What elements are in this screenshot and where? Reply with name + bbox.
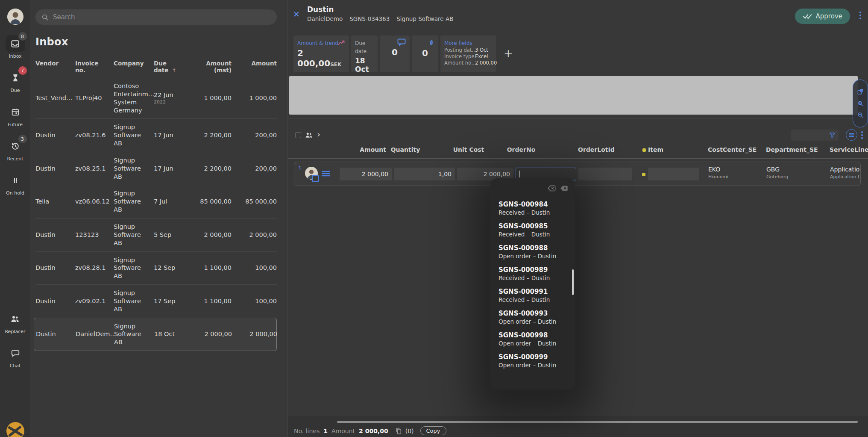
order-option[interactable]: SGNS-000989 Received – Dustin	[499, 266, 570, 281]
order-option[interactable]: SGNS-000984 Received – Dustin	[499, 201, 570, 216]
sidebar-item-chat[interactable]: Chat	[6, 345, 25, 369]
col-header-amount[interactable]: Amount	[339, 146, 386, 153]
invoice-row-selected[interactable]: Dustin DanielDem… Signup Software AB 18 …	[34, 318, 277, 351]
cost-center-value[interactable]: EKO Ekonomi	[708, 166, 728, 180]
sidebar-item-due[interactable]: 7 Due	[6, 69, 25, 93]
due-date-card[interactable]: Due date 18 Oct	[351, 35, 378, 72]
comments-count: 0	[392, 47, 398, 57]
order-option[interactable]: SGNS-000993 Open order – Dustin	[499, 310, 570, 325]
page-title: Inbox	[35, 36, 277, 48]
recent-count-badge: 3	[18, 135, 27, 143]
col-header-order-no[interactable]: OrderNo	[501, 146, 542, 153]
no-lines-label: No. lines	[294, 428, 320, 434]
select-all-checkbox[interactable]	[295, 132, 301, 138]
col-header-order-lot-id[interactable]: OrderLotId	[578, 146, 615, 153]
attachments-card[interactable]: 0	[412, 35, 438, 72]
filter-icon	[829, 132, 836, 139]
user-avatar[interactable]	[7, 9, 23, 25]
invoice-row[interactable]: Dustin zv08.25.1 Signup Software AB 17 J…	[35, 152, 277, 185]
cell-due: 17 Sep	[154, 297, 191, 305]
search-input[interactable]	[53, 13, 271, 21]
col-header-item[interactable]: Item	[648, 146, 663, 153]
cell-due: 5 Sep	[154, 231, 191, 239]
expand-lines-icon[interactable]: ›	[317, 129, 320, 139]
order-lot-id-field[interactable]	[578, 168, 632, 180]
invoice-row[interactable]: Telia vz06.06.12 Signup Software AB 7 Ju…	[35, 185, 277, 218]
cell-vendor: Test_Vend…	[35, 94, 75, 102]
no-lines-value: 1	[323, 428, 328, 434]
order-option[interactable]: SGNS-000985 Received – Dustin	[499, 222, 570, 238]
open-external-icon[interactable]	[857, 89, 864, 95]
sidebar-item-label: Inbox	[9, 53, 21, 59]
more-fields-card[interactable]: More fields Posting dat…3 Oct Invoice ty…	[440, 35, 496, 72]
amount-trend-label: Amount & trend	[297, 40, 338, 46]
lines-toolbar: ›	[288, 128, 868, 143]
col-header-amount[interactable]: Amount	[235, 60, 277, 74]
col-header-invoice[interactable]: Invoice no.	[75, 60, 114, 74]
copy-button[interactable]: Copy	[420, 426, 446, 435]
invoice-row[interactable]: Dustin zv08.28.1 Signup Software AB 12 S…	[35, 251, 277, 285]
invoice-row[interactable]: Test_Vend… TLProj40 Contoso Entertainm… …	[35, 78, 277, 118]
cell-vendor: Dustin	[35, 165, 75, 173]
order-option[interactable]: SGNS-000999 Open order – Dustin	[499, 353, 570, 369]
col-header-service-line[interactable]: ServiceLine	[830, 146, 868, 153]
lines-people-icon[interactable]	[304, 130, 314, 140]
order-option[interactable]: SGNS-000991 Received – Dustin	[499, 288, 570, 303]
cell-amount: 2 000,00	[235, 330, 277, 338]
col-header-cost-center[interactable]: CostCenter_SE	[708, 146, 757, 153]
sidebar-item-label: Future	[8, 122, 23, 127]
sidebar-item-replacer[interactable]: Replacer	[5, 310, 25, 334]
service-line-value[interactable]: Application De Application Dev	[830, 166, 861, 180]
cell-company: Signup Software AB	[114, 123, 154, 148]
col-header-department[interactable]: Department_SE	[766, 146, 818, 153]
close-icon[interactable]: ✕	[293, 9, 300, 19]
text-caret	[519, 171, 520, 177]
invoice-row[interactable]: Dustin zv08.21.6 Signup Software AB 17 J…	[35, 118, 277, 152]
cell-amount-mst: 2 200,00	[191, 165, 235, 173]
due-count-badge: 7	[18, 66, 27, 75]
order-option[interactable]: SGNS-000998 Open order – Dustin	[499, 331, 570, 347]
sidebar-item-future[interactable]: Future	[6, 103, 25, 127]
horizontal-scrollbar[interactable]	[337, 421, 858, 423]
line-menu-icon[interactable]	[322, 170, 330, 177]
department-value[interactable]: GBG Göteborg	[766, 166, 788, 180]
field-key: Invoice type	[444, 53, 475, 59]
invoice-row[interactable]: Dustin zv09.02.1 Signup Software AB 17 S…	[35, 284, 277, 318]
col-header-vendor[interactable]: Vendor	[35, 60, 75, 74]
approve-button[interactable]: Approve	[795, 9, 850, 24]
col-header-amount-mst[interactable]: Amount (mst)	[191, 60, 235, 74]
col-header-company[interactable]: Company	[114, 60, 154, 74]
order-option[interactable]: SGNS-000988 Open order – Dustin	[499, 244, 570, 260]
zoom-in-icon[interactable]	[857, 100, 864, 107]
line-layout-button[interactable]	[846, 129, 857, 141]
sidebar-item-onhold[interactable]: On hold	[6, 172, 25, 196]
amount-trend-card[interactable]: Amount & trend 2 000,00SEK	[293, 35, 349, 72]
clear-value-icon[interactable]	[548, 185, 556, 192]
exflow-logo[interactable]	[5, 420, 26, 437]
cell-amount-mst: 2 000,00	[191, 231, 235, 239]
amount-field[interactable]: 2 000,00	[340, 168, 392, 180]
line-approver-badge[interactable]	[312, 175, 319, 182]
invoice-row[interactable]: Dustin 123123 Signup Software AB 5 Sep 2…	[35, 218, 277, 251]
col-header-unit-cost[interactable]: Unit Cost	[449, 146, 488, 153]
invoice-detail-panel: ✕ Dustin DanielDemo SGNS-034363 Signup S…	[287, 0, 868, 437]
cell-vendor: Dustin	[35, 231, 75, 239]
quantity-field[interactable]: 1,00	[394, 168, 455, 180]
col-header-due-date[interactable]: Due date↑	[154, 60, 191, 74]
item-field[interactable]	[648, 168, 699, 180]
header-kebab-menu-icon[interactable]	[859, 12, 861, 19]
sidebar-item-recent[interactable]: 3 Recent	[6, 138, 25, 162]
lines-filter-input[interactable]	[791, 130, 839, 141]
dropdown-scrollbar[interactable]	[572, 269, 574, 295]
col-header-quantity[interactable]: Quantity	[389, 146, 422, 153]
add-field-button[interactable]: +	[504, 47, 513, 60]
section-divider	[288, 118, 868, 118]
zoom-out-icon[interactable]	[857, 112, 864, 118]
lines-kebab-menu-icon[interactable]	[861, 131, 863, 139]
comments-card[interactable]: 0	[380, 35, 410, 72]
cell-amount: 100,00	[235, 297, 277, 305]
clear-filter-icon[interactable]	[560, 185, 568, 192]
sidebar-item-inbox[interactable]: 8 Inbox	[6, 35, 25, 59]
field-value: 2 000,00	[475, 60, 497, 66]
cell-due: 12 Sep	[154, 264, 191, 272]
